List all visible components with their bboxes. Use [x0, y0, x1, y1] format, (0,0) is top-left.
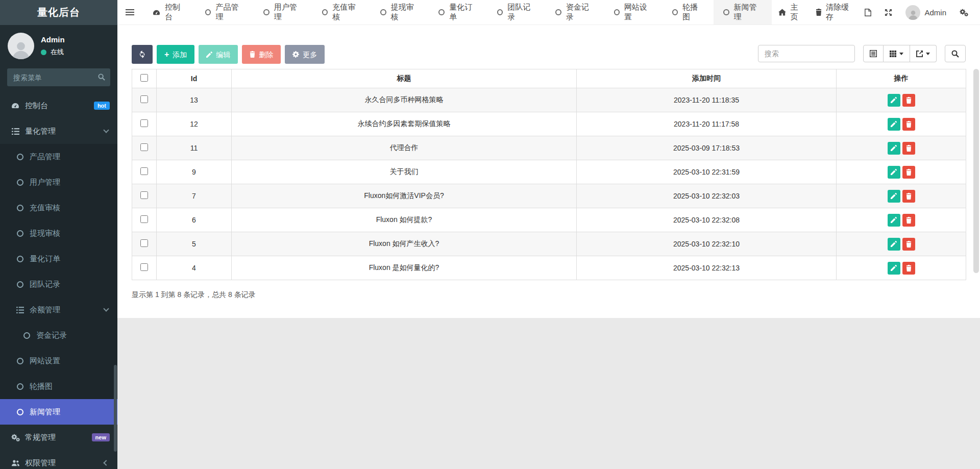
row-edit-button[interactable]: [888, 262, 900, 275]
sidebar-item-carousel[interactable]: 轮播图: [0, 374, 117, 399]
row-delete-button[interactable]: [902, 118, 915, 131]
sidebar-item-label: 余额管理: [30, 305, 60, 315]
circle-icon: [14, 256, 26, 262]
row-edit-button[interactable]: [888, 214, 900, 227]
menu-search-input[interactable]: [7, 68, 110, 86]
tab-product-management[interactable]: 产品管理: [195, 0, 254, 24]
row-delete-button[interactable]: [902, 190, 915, 203]
sidebar-item-recharge-review[interactable]: 充值审核: [0, 195, 117, 220]
tab-quant-orders[interactable]: 量化订单: [429, 0, 487, 24]
delete-button[interactable]: 删除: [242, 45, 281, 64]
cell-time: 2025-03-10 22:32:10: [577, 232, 837, 256]
circle-icon: [14, 154, 26, 160]
row-edit-button[interactable]: [888, 166, 900, 179]
home-button[interactable]: 主页: [772, 0, 809, 24]
circle-icon: [497, 9, 503, 15]
tab-news-management[interactable]: 新闻管理: [714, 0, 772, 24]
row-delete-button[interactable]: [902, 214, 915, 227]
row-edit-button[interactable]: [888, 118, 900, 131]
row-checkbox[interactable]: [140, 119, 148, 127]
topbar-right: 主页 清除缓存 Admin: [772, 0, 980, 24]
clear-cache-button[interactable]: 清除缓存: [809, 0, 858, 24]
tab-label: 产品管理: [215, 3, 244, 22]
row-delete-button[interactable]: [902, 94, 915, 107]
row-checkbox[interactable]: [140, 95, 148, 103]
sidebar-item-news-management[interactable]: 新闻管理: [0, 399, 117, 425]
sidebar-item-permission-management[interactable]: 权限管理: [0, 450, 117, 469]
sidebar-item-console[interactable]: 控制台 hot: [0, 93, 117, 118]
tab-team-records[interactable]: 团队记录: [487, 0, 546, 24]
row-edit-button[interactable]: [888, 142, 900, 155]
more-button[interactable]: 更多: [285, 45, 325, 64]
row-checkbox[interactable]: [140, 239, 148, 247]
row-delete-button[interactable]: [902, 238, 915, 251]
row-checkbox[interactable]: [140, 215, 148, 223]
tab-user-management[interactable]: 用户管理: [254, 0, 312, 24]
list-icon: [9, 128, 21, 135]
cell-id: 7: [157, 184, 232, 208]
sidebar-item-product-management[interactable]: 产品管理: [0, 144, 117, 169]
columns-button[interactable]: [884, 45, 910, 62]
sidebar-item-quant-orders[interactable]: 量化订单: [0, 246, 117, 271]
tab-recharge-review[interactable]: 充值审核: [312, 0, 371, 24]
circle-icon: [20, 332, 33, 339]
sidebar-item-site-settings[interactable]: 网站设置: [0, 348, 117, 374]
refresh-icon: [138, 51, 146, 58]
tab-label: 控制台: [165, 3, 186, 22]
sidebar-item-fund-records[interactable]: 资金记录: [0, 323, 117, 348]
tab-console[interactable]: 控制台: [143, 0, 195, 24]
edit-button[interactable]: 编辑: [199, 45, 238, 64]
export-icon: [916, 51, 923, 57]
user-menu[interactable]: Admin: [899, 0, 953, 24]
cell-ops: [837, 184, 966, 208]
sidebar-item-user-management[interactable]: 用户管理: [0, 169, 117, 195]
row-edit-button[interactable]: [888, 238, 900, 251]
refresh-button[interactable]: [132, 45, 153, 64]
export-button[interactable]: [910, 45, 937, 62]
table-view-buttons: [863, 45, 937, 62]
sidebar-scrollbar[interactable]: [114, 365, 117, 452]
tab-label: 用户管理: [274, 3, 303, 22]
settings-button[interactable]: [953, 0, 975, 24]
plus-icon: +: [164, 51, 169, 59]
row-checkbox[interactable]: [140, 167, 148, 175]
row-delete-button[interactable]: [902, 262, 915, 275]
circle-icon: [438, 9, 444, 15]
sidebar-item-withdraw-review[interactable]: 提现审核: [0, 220, 117, 246]
sidebar-item-quant-management[interactable]: 量化管理: [0, 118, 117, 144]
topbar: 控制台 产品管理 用户管理 充值审核 提现审核 量化订单 团队记录 资金记录: [117, 0, 980, 25]
sidebar-item-general-management[interactable]: 常规管理 new: [0, 425, 117, 450]
select-all-checkbox[interactable]: [140, 74, 148, 82]
row-delete-button[interactable]: [902, 166, 915, 179]
table-row: 11 代理合作 2025-03-09 17:18:53: [132, 136, 966, 160]
more-label: 更多: [303, 51, 317, 58]
table-search-input[interactable]: [758, 45, 855, 62]
tab-carousel[interactable]: 轮播图: [663, 0, 714, 24]
cell-ops: [837, 136, 966, 160]
toggle-view-button[interactable]: [863, 45, 884, 62]
row-checkbox[interactable]: [140, 191, 148, 199]
row-delete-button[interactable]: [902, 142, 915, 155]
row-edit-button[interactable]: [888, 94, 900, 107]
fullscreen-button[interactable]: [878, 0, 899, 24]
sidebar-item-balance-management[interactable]: 余额管理: [0, 297, 117, 323]
row-checkbox[interactable]: [140, 143, 148, 151]
add-button[interactable]: + 添加: [157, 45, 194, 64]
tab-fund-records[interactable]: 资金记录: [546, 0, 604, 24]
tab-withdraw-review[interactable]: 提现审核: [371, 0, 429, 24]
table-row: 4 Fluxon 是如何量化的? 2025-03-10 22:32:13: [132, 256, 966, 280]
row-checkbox[interactable]: [140, 263, 148, 271]
tab-site-settings[interactable]: 网站设置: [604, 0, 663, 24]
language-button[interactable]: [858, 0, 878, 24]
window-scrollbar[interactable]: [973, 69, 979, 273]
cell-time: 2025-03-10 22:32:03: [577, 184, 837, 208]
sidebar-item-team-records[interactable]: 团队记录: [0, 271, 117, 297]
search-button[interactable]: [945, 45, 966, 62]
circle-icon: [555, 9, 561, 15]
app-brand: 量化后台: [0, 0, 117, 25]
sidebar-toggle-button[interactable]: [117, 0, 143, 24]
list-view-icon: [870, 50, 877, 57]
cell-time: 2025-03-10 22:32:08: [577, 208, 837, 232]
list-icon: [14, 306, 26, 314]
row-edit-button[interactable]: [888, 190, 900, 203]
